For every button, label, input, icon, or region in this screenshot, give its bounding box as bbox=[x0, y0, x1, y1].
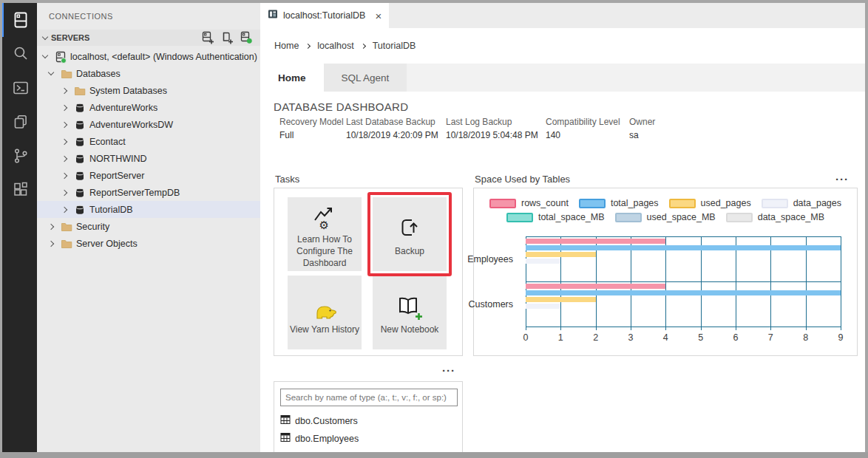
tab-home[interactable]: Home bbox=[260, 64, 324, 92]
chevron-right-icon[interactable] bbox=[61, 104, 67, 110]
legend-item-used_pages: used_pages bbox=[669, 198, 751, 208]
database-icon bbox=[74, 153, 86, 165]
task-tile-label: View Yarn History bbox=[289, 324, 360, 335]
legend-swatch bbox=[762, 199, 788, 208]
tree-item-label: Server Objects bbox=[76, 239, 138, 249]
legend-swatch bbox=[506, 213, 533, 222]
tree-item-econtact[interactable]: Econtact bbox=[37, 133, 260, 150]
x-tick-label: 7 bbox=[768, 332, 773, 343]
database-properties: Recovery ModelFullLast Database Backup10… bbox=[279, 117, 674, 140]
tree-item-reportserver[interactable]: ReportServer bbox=[37, 167, 260, 184]
tree-item-localhost[interactable]: localhost, <default> (Windows Authentica… bbox=[37, 48, 260, 65]
chevron-down-icon[interactable] bbox=[42, 52, 48, 58]
task-tile-backup[interactable]: Backup bbox=[373, 197, 447, 271]
breadcrumb-item-localhost[interactable]: localhost bbox=[317, 41, 353, 51]
tasks-title: Tasks bbox=[275, 174, 299, 185]
search-icon[interactable] bbox=[2, 37, 37, 71]
database-icon bbox=[74, 170, 86, 182]
property-last-log-backup: Last Log Backup10/18/2019 5:04:48 PM bbox=[446, 117, 546, 140]
database-icon bbox=[74, 187, 86, 199]
tab-localhost-tutorialdb[interactable]: localhost:TutorialDB × bbox=[260, 3, 389, 28]
tree-item-label: ReportServer bbox=[89, 171, 144, 181]
extensions-icon[interactable] bbox=[2, 173, 37, 207]
ellipsis-icon[interactable]: ··· bbox=[442, 367, 455, 375]
chevron-right-icon[interactable] bbox=[61, 138, 67, 144]
space-used-chart: 0123456789 EmployeesCustomers bbox=[474, 236, 857, 347]
tree-item-northwind[interactable]: NORTHWIND bbox=[37, 150, 260, 167]
chart-legend: rows_counttotal_pagesused_pagesdata_page… bbox=[474, 198, 857, 222]
legend-item-used_space_MB: used_space_MB bbox=[615, 212, 716, 222]
database-icon bbox=[74, 102, 86, 114]
space-widget-title: Space Used by Tables bbox=[475, 174, 570, 185]
database-icon bbox=[74, 204, 86, 216]
breadcrumb-item-home[interactable]: Home bbox=[274, 41, 299, 51]
database-icon bbox=[74, 119, 86, 131]
property-value: sa bbox=[629, 130, 674, 140]
sidebar-title: CONNECTIONS bbox=[37, 3, 260, 30]
breadcrumb-chevron-icon bbox=[361, 43, 366, 48]
legend-swatch bbox=[726, 213, 753, 222]
x-tick-label: 9 bbox=[838, 332, 844, 343]
task-tile-label: New Notebook bbox=[374, 324, 445, 335]
bar-rows_count-employees bbox=[526, 239, 665, 244]
active-connections-icon[interactable] bbox=[240, 31, 253, 44]
servers-section-header[interactable]: SERVERS bbox=[37, 30, 260, 46]
chart-axis-line bbox=[526, 281, 841, 282]
chevron-right-icon[interactable] bbox=[61, 172, 67, 178]
tree-item-adventureworksdw[interactable]: AdventureWorksDW bbox=[37, 116, 260, 133]
tree-item-label: localhost, <default> (Windows Authentica… bbox=[70, 52, 257, 62]
tree-item-system-databases[interactable]: System Databases bbox=[37, 82, 260, 99]
notebooks-icon[interactable] bbox=[2, 105, 37, 139]
dashboard-content: DATABASE DASHBOARD Recovery ModelFullLas… bbox=[260, 92, 865, 452]
chevron-right-icon[interactable] bbox=[61, 206, 67, 212]
tree-item-reportservertempdb[interactable]: ReportServerTempDB bbox=[37, 184, 260, 201]
search-result-dbo-customers[interactable]: dbo.Customers bbox=[280, 414, 358, 428]
legend-swatch bbox=[669, 199, 696, 208]
tree-item-databases[interactable]: Databases bbox=[37, 65, 260, 82]
task-tile-view-yarn-history[interactable]: View Yarn History bbox=[288, 276, 362, 349]
chevron-right-icon[interactable] bbox=[61, 155, 67, 161]
tree-item-server-objects[interactable]: Server Objects bbox=[37, 235, 260, 252]
tree-item-adventureworks[interactable]: AdventureWorks bbox=[37, 99, 260, 116]
folder-icon bbox=[61, 238, 72, 250]
new-notebook-icon bbox=[395, 290, 424, 321]
tree-item-tutorialdb[interactable]: TutorialDB bbox=[37, 201, 260, 218]
chevron-right-icon[interactable] bbox=[61, 121, 67, 127]
connections-icon[interactable] bbox=[2, 3, 37, 37]
tree-item-label: Security bbox=[76, 222, 109, 232]
chevron-right-icon[interactable] bbox=[61, 87, 67, 93]
connections-sidebar: CONNECTIONS SERVERS localhost, <default>… bbox=[37, 3, 260, 452]
chart-axis-line bbox=[526, 236, 841, 237]
chevron-right-icon[interactable] bbox=[48, 223, 54, 229]
ellipsis-icon[interactable]: ··· bbox=[835, 176, 849, 183]
chevron-right-icon[interactable] bbox=[48, 240, 54, 246]
servers-actions bbox=[201, 31, 253, 44]
task-tile-new-notebook[interactable]: New Notebook bbox=[373, 276, 447, 349]
terminal-icon[interactable] bbox=[2, 71, 37, 105]
property-label: Last Database Backup bbox=[346, 117, 446, 127]
chevron-right-icon[interactable] bbox=[61, 189, 67, 195]
chart-gridline bbox=[841, 236, 841, 330]
yarn-elephant-icon bbox=[311, 290, 338, 321]
backup-icon bbox=[396, 211, 424, 242]
tab-sql-agent[interactable]: SQL Agent bbox=[324, 64, 407, 92]
close-icon[interactable]: × bbox=[375, 10, 382, 22]
dashboard-page-tabs: HomeSQL Agent bbox=[260, 64, 865, 92]
property-label: Last Log Backup bbox=[446, 117, 546, 127]
breadcrumb-item-tutorialdb[interactable]: TutorialDB bbox=[373, 41, 416, 51]
y-axis-label-customers: Customers bbox=[474, 281, 520, 327]
task-tile-learn-how-to-configure-t[interactable]: ⚙Learn How To Configure The Dashboard bbox=[288, 197, 362, 271]
tree-item-label: ReportServerTempDB bbox=[89, 188, 180, 198]
tree-item-security[interactable]: Security bbox=[37, 218, 260, 235]
configure-dashboard-icon: ⚙ bbox=[310, 199, 339, 230]
search-result-dbo-employees[interactable]: dbo.Employees bbox=[280, 432, 359, 445]
new-server-group-icon[interactable] bbox=[220, 31, 234, 44]
search-widget-header: ··· bbox=[275, 367, 463, 375]
search-result-label: dbo.Customers bbox=[295, 416, 358, 426]
legend-swatch bbox=[489, 199, 516, 208]
chevron-down-icon[interactable] bbox=[48, 69, 54, 75]
y-axis-label-employees: Employees bbox=[474, 236, 520, 281]
search-input[interactable] bbox=[280, 389, 458, 406]
new-connection-icon[interactable] bbox=[201, 31, 214, 44]
source-control-icon[interactable] bbox=[2, 139, 37, 173]
